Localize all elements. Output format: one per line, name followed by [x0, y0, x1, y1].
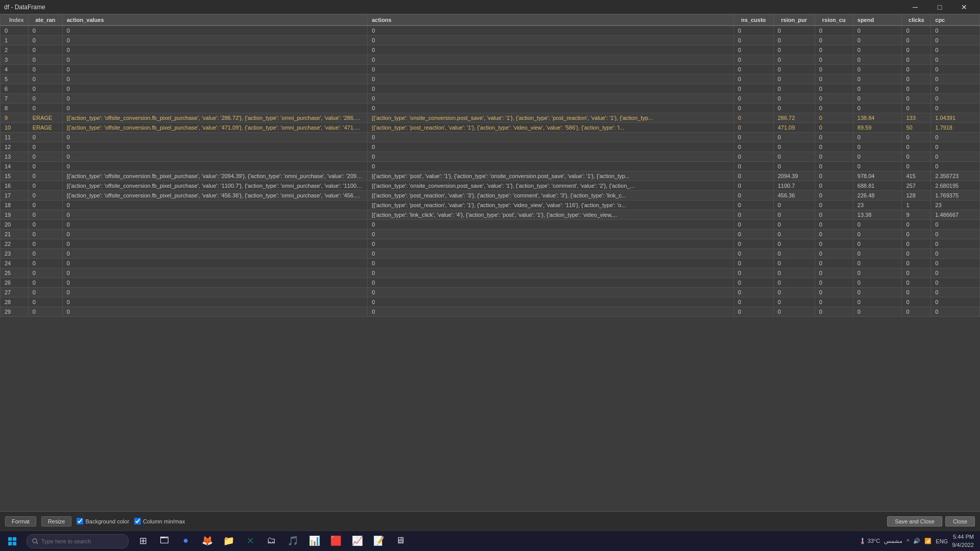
taskbar-app-3[interactable]: 🗂 [261, 531, 282, 552]
cell-action_values: [{'action_type': 'offsite_conversion.fb_… [62, 113, 368, 123]
cell-cpc: 2.680195 [931, 181, 980, 191]
cell-spend: 0 [853, 230, 902, 239]
cell-rsion_cu: 0 [815, 94, 853, 104]
cell-rsion_pur: 0 [773, 26, 815, 36]
cell-clicks: 0 [902, 288, 931, 297]
start-button[interactable] [0, 531, 24, 552]
taskbar-app-excel[interactable]: ✕ [240, 531, 260, 552]
col-header-clicks: clicks [902, 15, 931, 26]
cell-rsion_pur: 0 [773, 249, 815, 259]
cell-actions: [{'action_type': 'post_reaction', 'value… [368, 191, 733, 201]
cell-cpc: 0 [931, 239, 980, 249]
taskbar-clock: 5:44 PM 9/4/2022 [952, 533, 974, 549]
cell-ate_ran: ERAGE [28, 123, 62, 133]
table-row: 29000000000 [1, 307, 980, 317]
col-header-rsion-pur: rsion_pur [773, 15, 815, 26]
dataframe-container[interactable]: Index ate_ran action_values actions ns_c… [0, 14, 980, 511]
close-only-button[interactable]: Close [945, 516, 975, 527]
table-row: 8000000000 [1, 104, 980, 113]
cell-action_values: 0 [62, 249, 368, 259]
cell-rsion_cu: 0 [815, 104, 853, 113]
taskbar-app-2[interactable]: 📁 [218, 531, 239, 552]
cell-action_values: 0 [62, 142, 368, 152]
taskbar-app-6[interactable]: 🟥 [326, 531, 346, 552]
cell-actions: 0 [368, 162, 733, 171]
close-button[interactable]: ✕ [952, 0, 976, 14]
background-color-label[interactable]: Background color [77, 518, 129, 524]
col-header-index: Index [1, 15, 29, 26]
taskbar-app-4[interactable]: 🎵 [283, 531, 303, 552]
cell-ns_cust: 0 [733, 113, 773, 123]
cell-action_values: 0 [62, 307, 368, 317]
taskbar-search-box[interactable] [27, 534, 129, 548]
taskbar-app-multitasking[interactable]: ⊞ [133, 531, 153, 552]
table-row: 1900[{'action_type': 'link_click', 'valu… [1, 210, 980, 220]
cell-spend: 0 [853, 36, 902, 45]
cell-ate_ran: 0 [28, 210, 62, 220]
column-min-max-checkbox[interactable] [134, 518, 141, 524]
taskbar-app-7[interactable]: 📈 [347, 531, 368, 552]
cell-spend: 0 [853, 74, 902, 84]
cell-actions: 0 [368, 220, 733, 230]
cell-cpc: 0 [931, 268, 980, 278]
cell-clicks: 50 [902, 123, 931, 133]
taskbar-city: مشمس [884, 538, 902, 544]
cell-ns_cust: 0 [733, 74, 773, 84]
dataframe-table: Index ate_ran action_values actions ns_c… [0, 14, 980, 317]
table-row: 160[{'action_type': 'offsite_conversion.… [1, 181, 980, 191]
cell-ate_ran: 0 [28, 297, 62, 307]
resize-button[interactable]: Resize [41, 516, 72, 527]
cell-rsion_cu: 0 [815, 220, 853, 230]
cell-index: 24 [1, 259, 29, 268]
cell-spend: 0 [853, 104, 902, 113]
cell-cpc: 0 [931, 133, 980, 142]
cell-ns_cust: 0 [733, 249, 773, 259]
cell-index: 16 [1, 181, 29, 191]
taskbar-app-chrome[interactable]: ● [176, 531, 196, 552]
cell-cpc: 0 [931, 55, 980, 65]
cell-index: 12 [1, 142, 29, 152]
svg-line-5 [36, 542, 38, 544]
cell-clicks: 133 [902, 113, 931, 123]
cell-cpc: 0 [931, 249, 980, 259]
cell-rsion_cu: 0 [815, 259, 853, 268]
table-row: 26000000000 [1, 278, 980, 288]
cell-cpc: 0 [931, 307, 980, 317]
cell-rsion_pur: 0 [773, 297, 815, 307]
column-min-max-label[interactable]: Column min/max [134, 518, 185, 524]
col-header-actions: actions [368, 15, 733, 26]
cell-index: 21 [1, 230, 29, 239]
cell-index: 18 [1, 201, 29, 210]
cell-clicks: 0 [902, 74, 931, 84]
cell-action_values: 0 [62, 74, 368, 84]
table-row: 3000000000 [1, 55, 980, 65]
cell-clicks: 0 [902, 133, 931, 142]
cell-rsion_cu: 0 [815, 268, 853, 278]
background-color-checkbox[interactable] [77, 518, 83, 524]
format-button[interactable]: Format [5, 516, 36, 527]
cell-rsion_cu: 0 [815, 65, 853, 74]
cell-clicks: 0 [902, 104, 931, 113]
table-row: 23000000000 [1, 249, 980, 259]
restore-button[interactable]: □ [928, 0, 951, 14]
taskbar-app-5[interactable]: 📊 [304, 531, 325, 552]
taskbar-app-taskview[interactable]: 🗔 [154, 531, 175, 552]
taskbar-app-9[interactable]: 🖥 [390, 531, 410, 552]
cell-clicks: 1 [902, 201, 931, 210]
cell-cpc: 0 [931, 297, 980, 307]
save-and-close-button[interactable]: Save and Close [887, 516, 942, 527]
cell-action_values: 0 [62, 210, 368, 220]
cell-clicks: 0 [902, 278, 931, 288]
cell-spend: 0 [853, 152, 902, 162]
taskbar-app-1[interactable]: 🦊 [197, 531, 217, 552]
taskbar-search-input[interactable] [41, 538, 118, 544]
cell-rsion_pur: 0 [773, 36, 815, 45]
minimize-button[interactable]: ─ [903, 0, 927, 14]
taskbar-app-8[interactable]: 📝 [369, 531, 389, 552]
cell-clicks: 0 [902, 162, 931, 171]
cell-index: 5 [1, 74, 29, 84]
cell-spend: 0 [853, 278, 902, 288]
cell-spend: 23 [853, 201, 902, 210]
cell-ate_ran: 0 [28, 201, 62, 210]
cell-actions: [{'action_type': 'post_reaction', 'value… [368, 123, 733, 133]
